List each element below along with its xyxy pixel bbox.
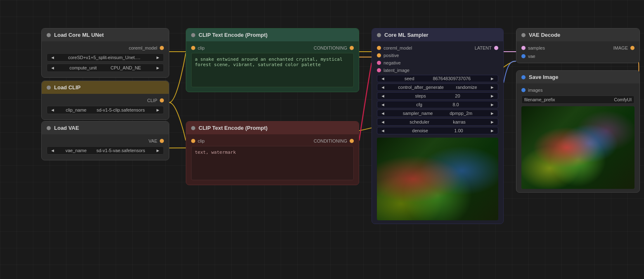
sampler-latent-image-dot: [377, 68, 381, 72]
sampler-scheduler-label: scheduler: [410, 119, 429, 124]
load-vae-body: VAE ◄ vae_name sd-v1-5-vae.safetensors ►: [42, 134, 169, 160]
clip-pos-input-label: clip: [198, 45, 205, 50]
sampler-latent-dot: [494, 46, 498, 50]
clip-pos-text-input[interactable]: a snake entwined around an enchanted cry…: [191, 53, 354, 87]
load-clip-header: Load CLIP: [42, 81, 169, 94]
sampler-name-prev[interactable]: ◄: [380, 111, 386, 116]
load-unet-body: coreml_model ◄ coreSD+v1+5_split-einsum_…: [42, 41, 169, 77]
sampler-denoise-prev[interactable]: ◄: [380, 129, 386, 133]
sampler-cfg-prev[interactable]: ◄: [380, 103, 386, 107]
clip-name-control[interactable]: ◄ clip_name sd-v1-5-clip.safetensors ►: [47, 106, 164, 114]
save-filename-control[interactable]: filename_prefix ComfyUI: [521, 95, 635, 104]
vae-name-next[interactable]: ►: [155, 148, 161, 153]
save-image-body: images filename_prefix ComfyUI: [516, 83, 639, 192]
vae-decode-node: VAE Decode samples IMAGE vae: [516, 28, 640, 63]
sampler-cfg-field: ◄ cfg 8.0 ►: [377, 101, 498, 108]
sampler-latent-image-input: latent_image: [377, 68, 410, 73]
vae-name-control[interactable]: ◄ vae_name sd-v1-5-vae.safetensors ►: [47, 146, 164, 155]
sampler-latent-image-label: latent_image: [384, 68, 410, 73]
vae-name-field: ◄ vae_name sd-v1-5-vae.safetensors ►: [47, 146, 164, 155]
sampler-scheduler-field: ◄ scheduler karras ►: [377, 118, 498, 126]
sampler-positive-dot: [377, 53, 381, 57]
clip-pos-io-row: clip CONDITIONING: [191, 45, 354, 51]
sampler-scheduler-prev[interactable]: ◄: [380, 120, 386, 124]
sampler-seed-label: seed: [405, 76, 414, 81]
clip-text-neg-header: CLIP Text Encode (Prompt): [186, 122, 359, 134]
vae-decode-image-output: IMAGE: [613, 45, 635, 50]
sampler-cfg-value: 8.0: [452, 102, 459, 107]
vae-decode-title: VAE Decode: [529, 32, 560, 38]
load-vae-node: Load VAE VAE ◄ vae_name sd-v1-5-vae.safe…: [41, 121, 169, 160]
sampler-steps-prev[interactable]: ◄: [380, 94, 386, 98]
unet-compute-prev[interactable]: ◄: [50, 66, 56, 70]
sampler-model-input: coreml_model: [377, 45, 412, 50]
unet-model-next[interactable]: ►: [155, 55, 161, 60]
sampler-seed-next[interactable]: ►: [489, 76, 495, 81]
save-images-label: images: [528, 88, 542, 93]
sampler-cfg-control[interactable]: ◄ cfg 8.0 ►: [377, 101, 498, 108]
load-clip-body: CLIP ◄ clip_name sd-v1-5-clip.safetensor…: [42, 94, 169, 119]
vae-decode-status-dot: [521, 33, 526, 37]
core-sampler-status-dot: [377, 33, 381, 37]
clip-name-field: ◄ clip_name sd-v1-5-clip.safetensors ►: [47, 106, 164, 114]
sampler-negative-input: negative: [377, 60, 401, 65]
unet-model-value: coreSD+v1+5_split-einsum_Unet.mlmodelc: [68, 55, 142, 60]
unet-compute-control[interactable]: ◄ compute_unit CPU_AND_NE ►: [47, 64, 164, 72]
save-images-dot: [521, 88, 526, 92]
unet-model-control[interactable]: ◄ coreSD+v1+5_split-einsum_Unet.mlmodelc…: [47, 53, 164, 62]
clip-text-neg-body: clip CONDITIONING text, watermark: [186, 134, 359, 185]
sampler-scheduler-control[interactable]: ◄ scheduler karras ►: [377, 118, 498, 126]
sampler-seed-control[interactable]: ◄ seed 867648309737076 ►: [377, 75, 498, 82]
sampler-negative-dot: [377, 61, 381, 65]
sampler-seed-field: ◄ seed 867648309737076 ►: [377, 75, 498, 82]
vae-decode-header: VAE Decode: [516, 29, 639, 41]
sampler-control-value: randomize: [456, 85, 477, 90]
sampler-steps-next[interactable]: ►: [489, 94, 495, 98]
unet-coreml-label: coreml_model: [129, 45, 157, 50]
clip-neg-output-label: CONDITIONING: [314, 138, 347, 143]
sampler-scheduler-next[interactable]: ►: [489, 120, 495, 124]
sampler-control-after-control[interactable]: ◄ control_after_generate randomize ►: [377, 83, 498, 91]
sampler-seed-prev[interactable]: ◄: [380, 76, 386, 81]
sampler-control-prev[interactable]: ◄: [380, 85, 386, 90]
vae-decode-body: samples IMAGE vae: [516, 41, 639, 63]
clip-name-prev[interactable]: ◄: [50, 108, 56, 112]
clip-text-pos-title: CLIP Text Encode (Prompt): [199, 32, 268, 38]
unet-model-prev[interactable]: ◄: [50, 55, 56, 60]
unet-compute-value: CPU_AND_NE: [111, 65, 141, 70]
sampler-name-control[interactable]: ◄ sampler_name dpmpp_2m ►: [377, 110, 498, 117]
vae-decode-samples-row: samples IMAGE: [521, 45, 635, 51]
sampler-model-dot: [377, 46, 381, 50]
sampler-name-field: ◄ sampler_name dpmpp_2m ►: [377, 110, 498, 117]
clip-text-pos-header: CLIP Text Encode (Prompt): [186, 29, 359, 41]
clip-pos-output-dot: [350, 46, 354, 50]
clip-text-neg-title: CLIP Text Encode (Prompt): [199, 125, 268, 131]
unet-compute-next[interactable]: ►: [155, 66, 161, 70]
clip-neg-text-input[interactable]: text, watermark: [191, 146, 354, 180]
clip-neg-io-row: clip CONDITIONING: [191, 138, 354, 144]
clip-name-label: clip_name: [66, 107, 86, 112]
save-image-status-dot: [521, 75, 526, 79]
vae-decode-samples-input: samples: [521, 45, 545, 50]
clip-neg-input-label: clip: [198, 138, 205, 143]
clip-output-row: CLIP: [47, 97, 164, 104]
sampler-denoise-value: 1.00: [454, 128, 463, 133]
load-unet-node: Load Core ML UNet coreml_model ◄ coreSD+…: [41, 28, 169, 78]
sampler-steps-control[interactable]: ◄ steps 20 ►: [377, 92, 498, 100]
vae-decode-samples-dot: [521, 46, 526, 50]
sampler-control-next[interactable]: ►: [489, 85, 495, 90]
vae-name-prev[interactable]: ◄: [50, 148, 56, 153]
vae-decode-image-dot: [630, 46, 635, 50]
sampler-name-next[interactable]: ►: [489, 111, 495, 116]
sampler-cfg-next[interactable]: ►: [489, 103, 495, 107]
clip-pos-input: clip: [191, 45, 205, 50]
save-filename-value: ComfyUI: [614, 97, 632, 102]
save-images-row: images: [521, 87, 635, 93]
sampler-denoise-control[interactable]: ◄ denoise 1.00 ►: [377, 127, 498, 134]
unet-compute-field: ◄ compute_unit CPU_AND_NE ►: [47, 64, 164, 72]
clip-name-next[interactable]: ►: [155, 108, 161, 112]
sampler-seed-value: 867648309737076: [433, 76, 471, 81]
sampler-denoise-next[interactable]: ►: [489, 129, 495, 133]
clip-neg-input-dot: [191, 139, 195, 143]
sampler-model-row: coreml_model LATENT: [377, 45, 498, 51]
